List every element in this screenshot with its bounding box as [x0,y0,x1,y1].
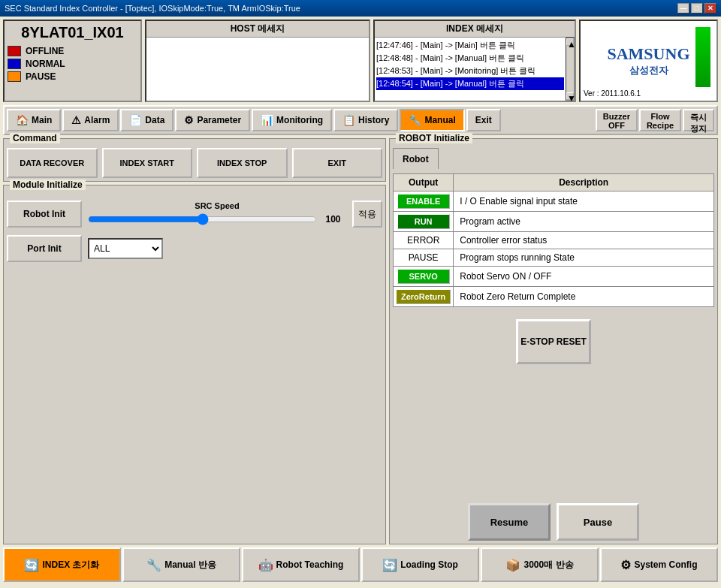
emergency-stop-button[interactable]: 즉시 정지 [683,109,714,131]
port-init-row: Port Init ALL PORT1 PORT2 PORT3 [7,235,382,262]
nav-manual-label: Manual [424,115,455,125]
loading-stop-icon: 🔄 [382,558,397,572]
servo-description: Robot Servo ON / OFF [454,267,714,287]
samsung-logo-panel: SAMSUNG 삼성전자 Ver : 2011.10.6.1 [579,20,718,102]
robot-init-button[interactable]: Robot Init [7,201,82,228]
index-init-label: INDEX 초기화 [42,559,99,571]
module-init-title: Module Initialize [10,179,86,190]
resume-button[interactable]: Resume [468,503,551,541]
system-config-button[interactable]: ⚙ System Config [600,547,718,582]
log-line-2: [12:48:53] - [Main] -> [Monitoring] 버튼 클… [376,65,564,77]
table-row-run: RUN Program active [394,212,714,232]
log-line-0: [12:47:46] - [Main] -> [Main] 버튼 클릭 [376,39,564,52]
buzzer-line1: Buzzer [603,112,630,121]
robot-teaching-icon: 🤖 [258,558,273,572]
stop-line2: 정지 [690,123,707,134]
estop-reset-button[interactable]: E-STOP RESET [516,319,591,364]
transport-label: 3000매 반송 [523,559,573,571]
manual-icon: 🔧 [409,114,421,126]
output-table: Output Description ENABLE I / O Enable s… [393,173,714,307]
description-header: Description [454,174,714,191]
robot-init-row: Robot Init SRC Speed 100 적용 [7,201,382,228]
data-icon: 📄 [129,114,142,126]
normal-indicator [8,59,21,69]
normal-label: NORMAL [26,59,65,69]
speed-slider[interactable] [88,212,317,227]
pause-button[interactable]: Pause [557,503,639,541]
command-title: Command [10,133,60,143]
index-stop-button[interactable]: INDEX STOP [197,148,288,178]
nav-parameter-button[interactable]: ⚙ Parameter [175,109,250,131]
title-bar-text: SEC Standard Index Controller - [Toptec]… [5,4,300,13]
robot-init-panel-title: ROBOT Initialize [396,133,472,143]
scroll-up[interactable]: ▲ [566,38,574,46]
command-group: Command DATA RECOVER INDEX START INDEX S… [3,138,386,182]
nav-parameter-label: Parameter [197,115,241,125]
nav-data-button[interactable]: 📄 Data [120,109,173,131]
run-description: Program active [454,212,714,232]
buzzer-button[interactable]: Buzzer OFF [596,109,638,131]
error-description: Controller error status [454,232,714,249]
nav-main-button[interactable]: 🏠 Main [7,109,61,131]
robot-teaching-label: Robot Teaching [276,559,344,570]
samsung-green-bar [695,27,710,87]
enable-badge: ENABLE [397,194,450,209]
log-wrapper: [12:47:46] - [Main] -> [Main] 버튼 클릭 [12:… [375,38,575,101]
nav-monitoring-button[interactable]: 📊 Monitoring [252,109,332,131]
exit-button[interactable]: EXIT [292,148,383,178]
table-row-pause: PAUSE Program stops running State [394,249,714,267]
offline-label: OFFLINE [26,46,64,56]
src-speed-label: SRC Speed [195,201,239,210]
log-line-3: [12:48:54] - [Main] -> [Manual] 버튼 클릭 [376,77,564,90]
log-scrollbar[interactable]: ▲ ▼ [566,38,575,101]
pause-label: PAUSE [26,71,56,82]
port-init-button[interactable]: Port Init [7,235,82,262]
manual-response-icon: 🔧 [146,558,161,572]
zeroreturn-badge: ZeroReturn [396,289,451,304]
nav-manual-button[interactable]: 🔧 Manual [400,109,464,131]
buzzer-line2: OFF [603,121,630,130]
offline-status: OFFLINE [8,46,137,56]
host-panel-title: HOST 메세지 [146,21,369,38]
manual-response-button[interactable]: 🔧 Manual 반응 [122,547,240,582]
scroll-down[interactable]: ▼ [566,92,574,100]
loading-stop-button[interactable]: 🔄 Loading Stop [361,547,479,582]
nav-toolbar: 🏠 Main ⚠ Alarm 📄 Data ⚙ Parameter 📊 Moni… [3,105,718,135]
normal-status: NORMAL [8,59,137,69]
transport-3000-button[interactable]: 📦 3000매 반송 [481,547,599,582]
index-init-button[interactable]: 🔄 INDEX 초기화 [3,547,121,582]
flow-line1: Flow [647,112,674,121]
robot-teaching-button[interactable]: 🤖 Robot Teaching [242,547,360,582]
zeroreturn-output: ZeroReturn [394,287,454,307]
flow-recipe-button[interactable]: Flow Recipe [639,109,681,131]
nav-exit-label: Exit [475,115,492,125]
apply-button[interactable]: 적용 [352,201,382,228]
samsung-logo-text: SAMSUNG [607,44,689,64]
offline-indicator [8,46,21,56]
left-panel: Command DATA RECOVER INDEX START INDEX S… [3,138,386,544]
servo-badge: SERVO [397,269,450,284]
system-config-icon: ⚙ [620,558,631,572]
stop-line1: 즉시 [690,112,707,123]
data-recover-button[interactable]: DATA RECOVER [7,148,98,178]
nav-exit-button[interactable]: Exit [466,109,501,131]
maximize-button[interactable]: □ [691,3,703,14]
slider-row: 100 [88,212,346,227]
samsung-kr-text: 삼성전자 [629,64,668,77]
port-select[interactable]: ALL PORT1 PORT2 PORT3 [88,238,163,259]
index-start-button[interactable]: INDEX START [102,148,193,178]
speed-value: 100 [320,214,346,225]
table-row-zeroreturn: ZeroReturn Robot Zero Return Complete [394,287,714,307]
nav-history-button[interactable]: 📋 History [333,109,398,131]
host-message-panel: HOST 메세지 [145,20,370,102]
module-initialize-group: Module Initialize Robot Init SRC Speed 1… [3,185,386,544]
index-init-icon: 🔄 [24,558,39,572]
minimize-button[interactable]: — [677,3,689,14]
robot-tab-button[interactable]: Robot [393,148,439,169]
nav-alarm-button[interactable]: ⚠ Alarm [62,109,119,131]
alarm-icon: ⚠ [71,114,81,126]
slider-area: SRC Speed 100 [88,201,346,227]
nav-right-buttons: Buzzer OFF Flow Recipe 즉시 정지 [596,109,714,131]
close-button[interactable]: ✕ [704,3,716,14]
run-output: RUN [394,212,454,232]
